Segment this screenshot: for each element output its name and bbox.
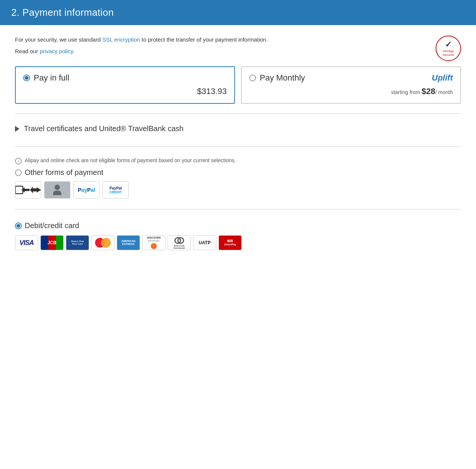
privacy-paragraph: Read our privacy policy. bbox=[15, 47, 268, 56]
divider-2 bbox=[15, 146, 461, 147]
security-section: For your security, we use standard SSL e… bbox=[15, 36, 461, 61]
other-forms-label-text: Other forms of payment bbox=[25, 168, 103, 177]
person-payment-icon[interactable] bbox=[44, 181, 70, 199]
security-text: For your security, we use standard SSL e… bbox=[15, 36, 268, 55]
paypal-credit-icon[interactable]: PayPal CREDIT bbox=[103, 181, 129, 199]
jcb-card-icon: JCB bbox=[40, 235, 64, 250]
privacy-suffix: . bbox=[73, 48, 74, 54]
pay-in-full-label: Pay in full bbox=[34, 73, 69, 83]
amex-card-icon: AMERICAN EXPRESS bbox=[117, 235, 140, 250]
debit-credit-label-text: Debit/credit card bbox=[25, 221, 79, 230]
ssl-link[interactable]: SSL encryption bbox=[102, 36, 140, 43]
starting-text: starting from bbox=[391, 89, 422, 95]
debit-credit-toggle[interactable]: Debit/credit card bbox=[15, 221, 461, 230]
double-arrow-svg bbox=[30, 185, 41, 195]
pay-in-full-option[interactable]: Pay in full $313.93 bbox=[15, 66, 235, 104]
pay-monthly-details: starting from $28/ month bbox=[249, 87, 453, 96]
pay-monthly-radio[interactable] bbox=[249, 75, 256, 81]
other-forms-radio[interactable] bbox=[15, 169, 22, 176]
diners-circles bbox=[174, 236, 184, 245]
discover-content: DISCOVER NETWORK bbox=[147, 236, 161, 249]
discover-dot bbox=[151, 243, 157, 249]
pay-monthly-label: Pay Monthly bbox=[260, 73, 305, 83]
amex-text: AMERICAN EXPRESS bbox=[121, 240, 135, 246]
diners-intl-content: Diners ClubInternational bbox=[174, 236, 185, 249]
mc-circle-orange bbox=[101, 238, 111, 248]
unionpay-text-1: 银联 bbox=[227, 239, 233, 243]
info-notice: i Alipay and online check are not eligib… bbox=[15, 157, 461, 164]
debit-credit-section: Debit/credit card VISA JCB Diners ClubPl… bbox=[15, 216, 461, 250]
paypal-credit-top-text: PayPal bbox=[110, 186, 122, 190]
travel-section: Travel certificates and United® TravelBa… bbox=[15, 121, 461, 140]
pay-in-full-radio[interactable] bbox=[23, 75, 30, 81]
unionpay-card-icon: 银联 UnionPay bbox=[219, 235, 242, 250]
unionpay-content: 银联 UnionPay bbox=[224, 239, 236, 246]
monthly-period: / month bbox=[435, 89, 453, 95]
payment-header: 2. Payment information bbox=[0, 0, 476, 25]
security-text-before: For your security, we use standard bbox=[15, 36, 102, 43]
travel-header-toggle[interactable]: Travel certificates and United® TravelBa… bbox=[15, 124, 461, 133]
privacy-prefix: Read our bbox=[15, 48, 40, 54]
divider-1 bbox=[15, 114, 461, 114]
uatp-text: UATP bbox=[199, 240, 211, 245]
person-head bbox=[55, 185, 60, 190]
verisign-badge: ✓ VeriSign Secured bbox=[436, 36, 461, 61]
person-figure bbox=[53, 185, 61, 195]
debit-credit-radio[interactable] bbox=[15, 223, 22, 229]
info-icon: i bbox=[15, 158, 22, 164]
pay-monthly-option[interactable]: Pay Monthly Uplift starting from $28/ mo… bbox=[241, 66, 461, 104]
arrows-inner bbox=[15, 185, 41, 195]
other-payment-section: i Alipay and online check are not eligib… bbox=[15, 154, 461, 202]
verisign-text: VeriSign Secured bbox=[443, 49, 454, 57]
arrows-svg bbox=[15, 185, 30, 195]
verisign-checkmark: ✓ bbox=[445, 40, 452, 49]
person-body bbox=[53, 191, 61, 195]
other-forms-toggle[interactable]: Other forms of payment bbox=[15, 168, 461, 177]
security-paragraph: For your security, we use standard SSL e… bbox=[15, 36, 268, 44]
privacy-link[interactable]: privacy policy bbox=[40, 48, 73, 54]
info-notice-text: Alipay and online check are not eligible… bbox=[25, 157, 236, 163]
security-text-after: to protect the transfer of your payment … bbox=[140, 36, 268, 43]
divider-3 bbox=[15, 209, 461, 209]
discover-card-icon: DISCOVER NETWORK bbox=[142, 235, 165, 250]
svg-marker-3 bbox=[30, 187, 41, 193]
travel-section-label: Travel certificates and United® TravelBa… bbox=[24, 124, 183, 133]
unionpay-text-2: UnionPay bbox=[224, 243, 236, 246]
triangle-right-icon bbox=[15, 126, 19, 132]
monthly-amount: $28 bbox=[422, 87, 436, 96]
blue-card-icon: Diners ClubPlus Card bbox=[66, 235, 89, 250]
diners-intl-icon: Diners ClubInternational bbox=[168, 235, 191, 250]
visa-card-icon: VISA bbox=[15, 235, 38, 250]
dc-text: Diners ClubPlus Card bbox=[71, 240, 84, 245]
paypal-icon[interactable]: PayPal bbox=[73, 181, 100, 199]
pay-in-full-amount: $313.93 bbox=[23, 87, 227, 96]
diners-c2 bbox=[177, 237, 184, 244]
other-forms-icons-row: PayPal PayPal CREDIT bbox=[15, 181, 461, 199]
page-title: 2. Payment information bbox=[11, 7, 465, 18]
visa-text: VISA bbox=[19, 239, 34, 247]
payment-options-container: Pay in full $313.93 Pay Monthly Uplift s… bbox=[15, 66, 461, 104]
paypal-credit-bottom-text: CREDIT bbox=[109, 190, 122, 194]
card-icons-row: VISA JCB Diners ClubPlus Card AMERICAN bbox=[15, 235, 461, 250]
mastercard-icon bbox=[91, 235, 115, 250]
jcb-text: JCB bbox=[48, 240, 57, 245]
uplift-logo: Uplift bbox=[432, 73, 453, 83]
uatp-card-icon: UATP bbox=[193, 235, 216, 250]
paypal-text: PayPal bbox=[78, 187, 95, 193]
mc-circles bbox=[95, 238, 111, 248]
arrows-payment-icon[interactable] bbox=[15, 181, 41, 199]
diners-intl-text: Diners ClubInternational bbox=[174, 245, 185, 249]
